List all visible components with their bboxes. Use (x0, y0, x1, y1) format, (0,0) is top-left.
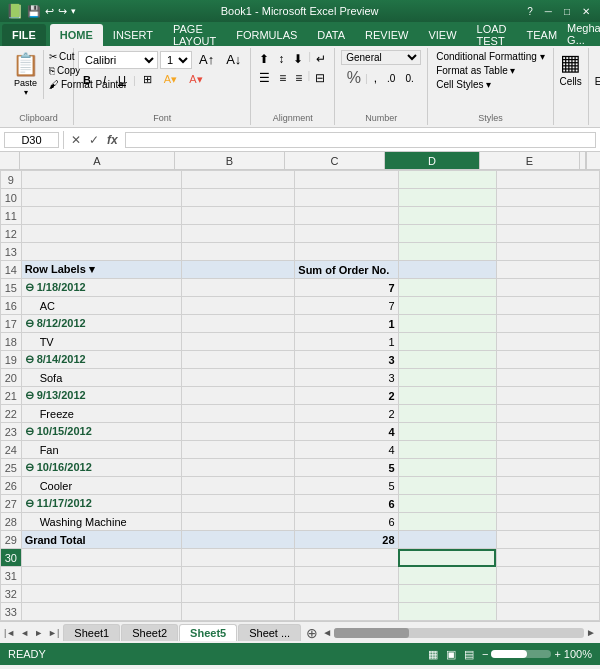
cell[interactable]: ⊖ 11/17/2012 (21, 495, 181, 513)
cell[interactable] (295, 603, 398, 621)
formula-input[interactable] (125, 132, 596, 148)
cell[interactable] (398, 567, 496, 585)
cell[interactable] (496, 333, 599, 351)
grid-scroll[interactable]: 9 10 11 12 13 14Row Labels ▾Sum of Order… (0, 170, 600, 621)
merge-cells-button[interactable]: ⊟ (311, 69, 329, 87)
cell[interactable] (181, 189, 295, 207)
cell[interactable] (21, 603, 181, 621)
align-bottom-button[interactable]: ⬇ (289, 50, 307, 68)
add-sheet-button[interactable]: ⊕ (306, 625, 318, 641)
cell[interactable] (181, 441, 295, 459)
normal-view-button[interactable]: ▦ (428, 648, 438, 661)
maximize-button[interactable]: □ (560, 6, 574, 17)
cell[interactable] (21, 207, 181, 225)
cell[interactable] (398, 333, 496, 351)
cell[interactable] (496, 171, 599, 189)
sheet-tab-sheet2[interactable]: Sheet2 (121, 624, 178, 641)
cell[interactable] (181, 351, 295, 369)
cell[interactable] (181, 495, 295, 513)
cell-reference-box[interactable] (4, 132, 59, 148)
sheet-first-arrow[interactable]: |◄ (2, 628, 17, 638)
cell[interactable]: Washing Machine (21, 513, 181, 531)
cell[interactable] (181, 567, 295, 585)
cell[interactable]: 3 (295, 351, 398, 369)
cell[interactable] (181, 225, 295, 243)
cell[interactable]: AC (21, 297, 181, 315)
page-layout-view-button[interactable]: ▣ (446, 648, 456, 661)
cell[interactable] (181, 459, 295, 477)
cell[interactable]: 5 (295, 477, 398, 495)
sheet-tab-sheet5[interactable]: Sheet5 (179, 624, 237, 641)
cell[interactable] (21, 567, 181, 585)
cell[interactable] (496, 279, 599, 297)
bold-button[interactable]: B (78, 72, 96, 88)
cell[interactable] (398, 513, 496, 531)
zoom-in-button[interactable]: + (554, 648, 560, 660)
cell[interactable] (21, 225, 181, 243)
align-right-button[interactable]: ≡ (291, 69, 306, 87)
cell[interactable] (496, 441, 599, 459)
cell[interactable] (398, 315, 496, 333)
cell[interactable] (398, 405, 496, 423)
cell[interactable] (295, 567, 398, 585)
cell[interactable] (496, 423, 599, 441)
percent-button[interactable]: % (345, 67, 363, 89)
decrease-font-button[interactable]: A↓ (221, 50, 246, 69)
font-family-select[interactable]: Calibri (78, 51, 158, 69)
cell[interactable] (181, 405, 295, 423)
cell[interactable] (496, 189, 599, 207)
cell[interactable]: 6 (295, 513, 398, 531)
italic-button[interactable]: I (98, 72, 111, 88)
quick-undo[interactable]: ↩ (45, 5, 54, 18)
cell[interactable]: 6 (295, 495, 398, 513)
underline-button[interactable]: U (113, 72, 131, 88)
cell[interactable] (496, 549, 599, 567)
col-header-D[interactable]: D (385, 152, 480, 169)
border-button[interactable]: ⊞ (138, 71, 157, 88)
cell[interactable] (181, 279, 295, 297)
page-break-view-button[interactable]: ▤ (464, 648, 474, 661)
cell[interactable]: Sofa (21, 369, 181, 387)
cell[interactable]: ⊖ 1/18/2012 (21, 279, 181, 297)
confirm-formula-button[interactable]: ✓ (86, 133, 102, 147)
quick-save[interactable]: 💾 (27, 5, 41, 18)
cell-sum-order[interactable]: Sum of Order No. (295, 261, 398, 279)
cell[interactable]: ⊖ 10/16/2012 (21, 459, 181, 477)
cell[interactable] (496, 513, 599, 531)
cell[interactable]: Cooler (21, 477, 181, 495)
cell[interactable]: Freeze (21, 405, 181, 423)
cell[interactable] (295, 207, 398, 225)
sheet-prev-arrow[interactable]: ◄ (18, 628, 31, 638)
cell[interactable] (496, 225, 599, 243)
cell-grand-total[interactable]: Grand Total (21, 531, 181, 549)
cell[interactable] (496, 351, 599, 369)
horizontal-scrollbar[interactable]: ◄ ► (318, 627, 600, 638)
cell[interactable] (181, 387, 295, 405)
cell-row-labels[interactable]: Row Labels ▾ (21, 261, 181, 279)
cell[interactable]: ⊖ 10/15/2012 (21, 423, 181, 441)
wrap-text-button[interactable]: ↵ (312, 50, 330, 68)
cell[interactable] (181, 171, 295, 189)
tab-home[interactable]: HOME (50, 24, 103, 46)
insert-function-button[interactable]: fx (104, 133, 121, 147)
cell[interactable] (295, 225, 398, 243)
cell[interactable] (21, 585, 181, 603)
cell[interactable] (21, 171, 181, 189)
cell-selected[interactable] (398, 549, 496, 567)
tab-formulas[interactable]: FORMULAS (226, 24, 307, 46)
help-button[interactable]: ? (523, 6, 537, 17)
cell[interactable] (398, 171, 496, 189)
cell[interactable]: 4 (295, 441, 398, 459)
sheet-next-arrow[interactable]: ► (32, 628, 45, 638)
cell[interactable] (496, 405, 599, 423)
tab-file[interactable]: FILE (2, 24, 46, 46)
font-size-select[interactable]: 11 (160, 51, 192, 69)
increase-decimal-button[interactable]: .0 (383, 71, 399, 86)
cell[interactable]: 3 (295, 369, 398, 387)
col-header-B[interactable]: B (175, 152, 285, 169)
cell[interactable] (181, 297, 295, 315)
number-format-select[interactable]: General (341, 50, 421, 65)
cell[interactable] (398, 495, 496, 513)
cell[interactable] (398, 279, 496, 297)
cell[interactable] (181, 423, 295, 441)
